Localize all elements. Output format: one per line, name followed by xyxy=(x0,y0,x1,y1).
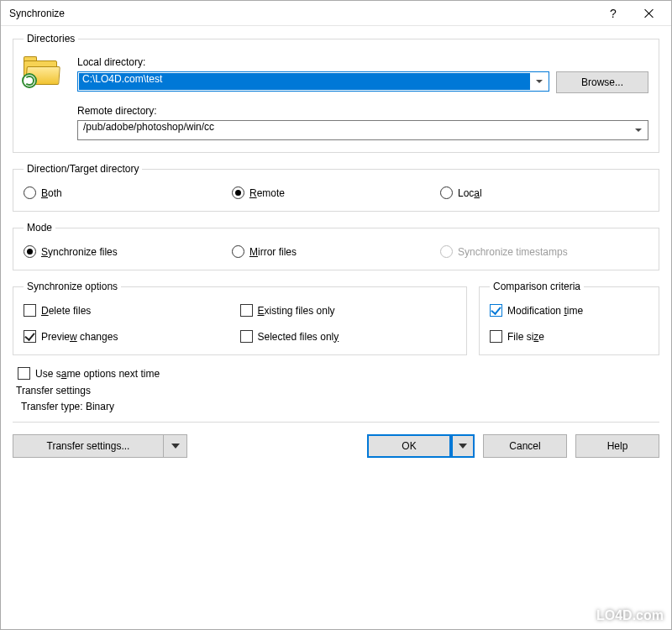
comparison-group: Comparison criteria Modification time Fi… xyxy=(479,281,659,355)
radio-remote-label: emote xyxy=(257,187,285,199)
radio-mirror-label: irror files xyxy=(258,246,297,258)
checkbox-icon xyxy=(18,367,30,380)
folder-sync-icon xyxy=(24,58,57,87)
checkbox-mod-time[interactable]: Modification time xyxy=(490,304,648,317)
transfer-settings-button[interactable]: Transfer settings... xyxy=(13,434,164,458)
transfer-settings-splitbutton: Transfer settings... xyxy=(13,434,187,458)
radio-both[interactable]: Both xyxy=(24,186,232,199)
checkbox-delete-files[interactable]: Delete files xyxy=(24,304,240,317)
chevron-down-icon xyxy=(459,444,467,449)
radio-icon xyxy=(232,186,244,199)
transfer-heading: Transfer settings xyxy=(16,383,659,399)
remote-dir-combo[interactable]: /pub/adobe/photoshop/win/cc xyxy=(77,120,648,140)
mode-group: Mode Synchronize files Mirror files Sync… xyxy=(13,222,659,270)
radio-timestamps-label: Synchronize timestamps xyxy=(458,246,568,258)
directories-legend: Directories xyxy=(24,33,78,45)
remote-dir-label: Remote directory: xyxy=(77,105,648,117)
sync-options-group: Synchronize options Delete files Existin… xyxy=(13,281,467,355)
transfer-settings-info: Transfer settings Transfer type: Binary xyxy=(16,383,659,415)
checkbox-icon xyxy=(240,304,253,317)
checkbox-selected-only[interactable]: Selected files only xyxy=(240,330,457,343)
help-button[interactable]: ? xyxy=(596,2,631,25)
transfer-settings-menu[interactable] xyxy=(164,434,187,458)
mode-legend: Mode xyxy=(24,222,55,234)
browse-label: Browse... xyxy=(581,76,623,88)
ok-splitbutton: OK xyxy=(367,434,475,458)
radio-sync-files[interactable]: Synchronize files xyxy=(24,245,232,258)
checkbox-icon xyxy=(24,304,36,317)
radio-sync-timestamps: Synchronize timestamps xyxy=(440,245,648,258)
checkbox-preview-changes[interactable]: Preview changes xyxy=(24,330,240,343)
window-title: Synchronize xyxy=(9,8,596,19)
comparison-legend: Comparison criteria xyxy=(490,281,584,292)
radio-icon xyxy=(232,245,244,258)
radio-icon xyxy=(440,186,453,199)
checkbox-icon xyxy=(240,330,253,343)
direction-group: Direction/Target directory Both Remote L… xyxy=(13,163,659,212)
chevron-down-icon xyxy=(635,129,642,132)
checkbox-icon xyxy=(490,330,502,343)
dialog-buttons: Transfer settings... OK Cancel Help xyxy=(1,431,671,468)
client-area: Directories Local directory: C:\LO4D.com… xyxy=(1,26,671,423)
radio-sync-label: ynchronize files xyxy=(48,246,118,258)
checkbox-existing-only[interactable]: Existing files only xyxy=(240,304,457,317)
transfer-type-line: Transfer type: Binary xyxy=(16,399,659,415)
local-dir-dropdown[interactable] xyxy=(530,72,549,91)
radio-mirror-files[interactable]: Mirror files xyxy=(232,245,440,258)
checkbox-icon xyxy=(24,330,36,343)
chevron-down-icon xyxy=(171,444,180,449)
help-button[interactable]: Help xyxy=(575,434,659,458)
radio-remote[interactable]: Remote xyxy=(232,186,440,199)
checkbox-use-same-options[interactable]: Use same options next time xyxy=(18,367,659,380)
local-dir-input[interactable]: C:\LO4D.com\test xyxy=(79,73,530,90)
local-dir-label: Local directory: xyxy=(77,56,549,68)
ok-menu[interactable] xyxy=(451,434,475,458)
radio-icon xyxy=(24,186,36,199)
browse-button[interactable]: Browse... xyxy=(556,71,648,93)
sync-options-legend: Synchronize options xyxy=(24,281,121,292)
local-dir-combo[interactable]: C:\LO4D.com\test xyxy=(77,71,549,92)
direction-legend: Direction/Target directory xyxy=(24,163,142,175)
radio-local-label: l xyxy=(480,187,482,199)
titlebar: Synchronize ? xyxy=(1,1,671,26)
remote-dir-input[interactable]: /pub/adobe/photoshop/win/cc xyxy=(78,121,629,139)
separator xyxy=(13,422,659,423)
chevron-down-icon xyxy=(536,80,543,83)
radio-local[interactable]: Local xyxy=(440,186,648,199)
ok-button[interactable]: OK xyxy=(367,434,451,458)
remote-dir-dropdown[interactable] xyxy=(629,121,648,139)
checkbox-file-size[interactable]: File size xyxy=(490,330,648,343)
checkbox-icon xyxy=(490,304,502,317)
synchronize-dialog: Synchronize ? Directories Local director… xyxy=(0,0,672,630)
radio-icon xyxy=(440,245,453,258)
radio-both-label: oth xyxy=(48,187,62,199)
help-icon: ? xyxy=(610,7,617,20)
directories-group: Directories Local directory: C:\LO4D.com… xyxy=(13,33,659,153)
cancel-button[interactable]: Cancel xyxy=(483,434,567,458)
close-icon xyxy=(644,8,654,18)
radio-icon xyxy=(24,245,36,258)
close-button[interactable] xyxy=(631,2,666,25)
